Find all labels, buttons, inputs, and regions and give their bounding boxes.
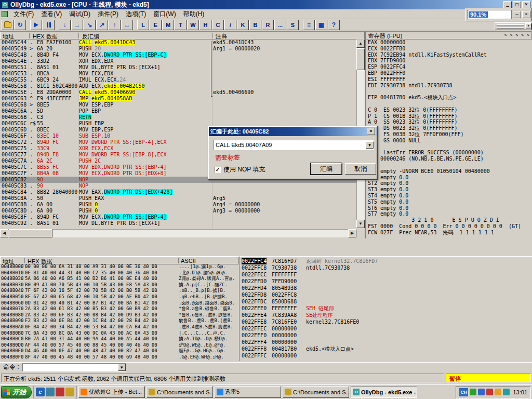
register-line[interactable]: S 0 FS 003B 32位 7FFDF000(FFF) (366, 131, 532, 138)
toolbar-restart[interactable]: ↻ (14, 20, 26, 30)
menu-item-1[interactable]: 查看(V) (37, 9, 65, 19)
widget-close-button[interactable]: × (522, 11, 530, 18)
disasm-row-00405C63[interactable]: 00405C63^E9 43FCFFFFJMP ekd5.004058AB (0, 96, 356, 102)
dump-row-0048B0B0[interactable]: 0048B0B07C 0A 43 00 8C 0A 43 00 9C 0A 43… (0, 330, 239, 337)
registers-header[interactable]: 寄存器 (FPU) < < < < < (366, 32, 532, 39)
stack-row-0022FFF4[interactable]: 0022FFF400000000 (240, 339, 532, 345)
dump-row-0048B000[interactable]: 0048B00000 00 00 00 6A 31 40 00 A9 31 40… (0, 264, 239, 270)
quicklaunch-media-player-icon[interactable] (56, 388, 64, 396)
register-line[interactable]: EBP 0022FFF0 (366, 70, 532, 76)
disasm-row-00405C51[interactable]: 00405C51.8A51 01MOV DL,BYTE PTR DS:[ECX+… (0, 64, 356, 71)
tray-icon-1[interactable] (478, 389, 485, 395)
disasm-row-00405C68[interactable]: 00405C68>8BE5MOV ESP,EBP (0, 102, 356, 108)
command-input[interactable]: ▼ (22, 363, 126, 371)
stack-row-0022FFC4[interactable]: 0022FFC47C816FD7返回到 kernel32.7C816FD7 (240, 258, 532, 264)
register-line[interactable]: ST6 empty 0.0 (366, 205, 532, 211)
toolbar-open-file[interactable] (2, 20, 14, 30)
toolbar-view-memory[interactable]: M (162, 20, 174, 30)
toolbar-view-breakpoints[interactable]: B (249, 20, 261, 30)
instruction-combo[interactable]: CALL Ekd5.00407A09 ▼ (214, 140, 374, 150)
scroll-left-icon[interactable]: ◀ (0, 229, 8, 237)
register-line[interactable]: O 0 LastErr ERROR_SUCCESS (00000000) (366, 150, 532, 156)
stack-row-0022FFCC[interactable]: 0022FFCCFFFFFFFF (240, 271, 532, 278)
language-indicator[interactable]: CH (459, 388, 468, 396)
fill-nop-checkbox[interactable]: ✓ 使用 NOP 填充 (215, 165, 265, 174)
disasm-row-00405C49[interactable]: 00405C49>6A 20PUSH 20Arg1 = 00000020 (0, 46, 356, 52)
toolbar-view-run-trace[interactable]: ... (274, 20, 286, 30)
register-line[interactable]: FST 0000 Cond 0 0 0 0 Err 0 0 0 0 0 0 0 … (366, 223, 532, 230)
stack-row-0022FFD0[interactable]: 0022FFD07FFD9000 (240, 278, 532, 285)
toolbar-appearance[interactable]: ▦ (315, 20, 327, 30)
maximize-button[interactable]: □ (513, 1, 521, 8)
toolbar-step-into[interactable]: ↓ (59, 20, 71, 30)
scroll-down-icon[interactable]: ▼ (356, 220, 365, 228)
chevron-down-icon[interactable]: ▼ (366, 141, 374, 149)
disasm-row-00405C84[interactable]: 00405C84.8B82 28040000MOV EAX,DWORD PTR … (0, 189, 356, 195)
toolbar-view-log[interactable]: L (137, 20, 149, 30)
disasm-row-00405C53[interactable]: 00405C53.8BCAMOV ECX,EDX (0, 71, 356, 77)
register-line[interactable]: ST2 empty 0.0 (366, 180, 532, 187)
dump-row-0048B030[interactable]: 0048B030B0 09 41 00 70 5B 43 00 10 5B 43… (0, 282, 239, 288)
disasm-row-00405C83[interactable]: 00405C83.90NOP (0, 183, 356, 189)
disasm-row-00405C6B[interactable]: 00405C6B.C3RETN (0, 114, 356, 121)
toolbar-view-executables[interactable]: E (150, 20, 162, 30)
assemble-button[interactable]: 汇编 (311, 163, 342, 175)
dump-row-0048B020[interactable]: 0048B0205A B6 40 00 A6 B5 41 00 D2 B6 41… (0, 276, 239, 282)
tray-icon-4[interactable] (503, 389, 510, 395)
disasm-row-00405C58[interactable]: 00405C58.81C1 502C4B00ADD ECX,ekd5.004B2… (0, 83, 356, 89)
disasm-column-headers[interactable]: 地址 HEX 数据 反汇编 注释 (0, 32, 365, 39)
close-button[interactable]: × (522, 1, 530, 8)
menu-item-2[interactable]: 调试(D) (65, 9, 94, 19)
cancel-button[interactable]: 取消 (345, 163, 376, 175)
disasm-row-00405C8D[interactable]: 00405C8D.6A 00PUSH 0Arg3 = 00000000 (0, 208, 356, 214)
task-button-thunder[interactable]: 迅雷5 (215, 386, 281, 398)
task-button-ollydbg[interactable]: OOllyDbg - ekd5.exe - ... (351, 386, 417, 398)
register-line[interactable]: ST4 empty 0.0 (366, 193, 532, 199)
stack-row-0022FFF8[interactable]: 0022FFF8004817B0ekd5.<模块入口点> (240, 345, 532, 352)
toolbar-view-source[interactable]: S (287, 20, 299, 30)
disasm-row-00405C92[interactable]: 00405C92.8A51 01MOV DL,BYTE PTR DS:[ECX+… (0, 220, 356, 227)
mdi-child-icon[interactable] (2, 11, 8, 17)
register-line[interactable]: EAX 00000000 (366, 39, 532, 46)
stack-row-0022FFEC[interactable]: 0022FFEC00000000 (240, 325, 532, 332)
menu-item-4[interactable]: 选项(T) (122, 9, 150, 19)
register-line[interactable]: 3 2 1 0 E S P U O Z D I (366, 217, 532, 223)
register-line[interactable]: EBX 7FFD9000 (366, 58, 532, 64)
register-line[interactable]: EFL 00000246 (NO,NB,E,BE,NS,PE,GE,LE) (366, 156, 532, 162)
disasm-horizontal-scrollbar[interactable]: ◀ ▶ (0, 229, 356, 237)
tray-icon-0[interactable] (470, 389, 476, 395)
register-line[interactable] (366, 101, 532, 107)
register-line[interactable]: P 1 CS 001B 32位 0(FFFFFFFF) (366, 113, 532, 119)
toolbar-view-windows[interactable]: W (187, 20, 199, 30)
task-button-youku-upload[interactable]: 优酷超G 上传 - Bet... (78, 386, 145, 398)
register-line[interactable]: D 0 (366, 144, 532, 150)
toolbar-pause[interactable] (43, 20, 55, 30)
tray-icon-2[interactable] (486, 389, 493, 395)
task-button-explorer-1[interactable]: C:\Documents and S... (147, 386, 213, 398)
dump-row-0048B0E0[interactable]: 0048B0E0D4 46 40 00 0E 47 40 00 48 47 40… (0, 348, 239, 354)
register-line[interactable] (366, 88, 532, 95)
checkbox-icon[interactable]: ✓ (215, 167, 221, 173)
toolbar-view-handles[interactable]: H (200, 20, 211, 30)
toolbar-view-patches[interactable]: / (224, 20, 236, 30)
close-icon[interactable]: × (367, 128, 375, 135)
dump-row-0048B050[interactable]: 0048B0508F 67 42 00 65 68 42 00 10 5B 42… (0, 294, 239, 300)
widget-minimize-button[interactable]: – (513, 11, 521, 18)
register-line[interactable]: ST7 empty 0.0 (366, 211, 532, 217)
menu-item-5[interactable]: 窗口(W) (150, 9, 179, 19)
stack-row-0022FFE0[interactable]: 0022FFE0FFFFFFFFSEH 链尾部 (240, 305, 532, 312)
floating-widget[interactable]: 90.1% – × (466, 8, 532, 21)
disasm-row-00405C8B[interactable]: 00405C8B.6A 00PUSH 0Arg4 = 00000000 (0, 202, 356, 208)
register-line[interactable]: T 0 GS 0000 NULL (366, 138, 532, 144)
col-header-ascii[interactable]: ASCII (181, 258, 196, 264)
register-line[interactable]: ECX 0022FFB0 (366, 46, 532, 52)
toolbar-view-threads[interactable]: T (175, 20, 187, 30)
register-line[interactable]: ST5 empty 0.0 (366, 199, 532, 205)
registers-nav-chevrons[interactable]: < < < < < (504, 32, 529, 39)
disasm-row-00405C4E[interactable]: 00405C4E.33D2XOR EDX,EDX (0, 58, 356, 64)
dump-row-0048B0D0[interactable]: 0048B0D0AF 44 40 00 57 45 40 00 88 45 40… (0, 342, 239, 349)
stack-row-0022FFF0[interactable]: 0022FFF000000000 (240, 332, 532, 339)
register-line[interactable]: ST3 empty 0.0 (366, 187, 532, 193)
toolbar-view-cpu[interactable]: C (212, 20, 224, 30)
quicklaunch-show-desktop-icon[interactable] (46, 388, 55, 396)
